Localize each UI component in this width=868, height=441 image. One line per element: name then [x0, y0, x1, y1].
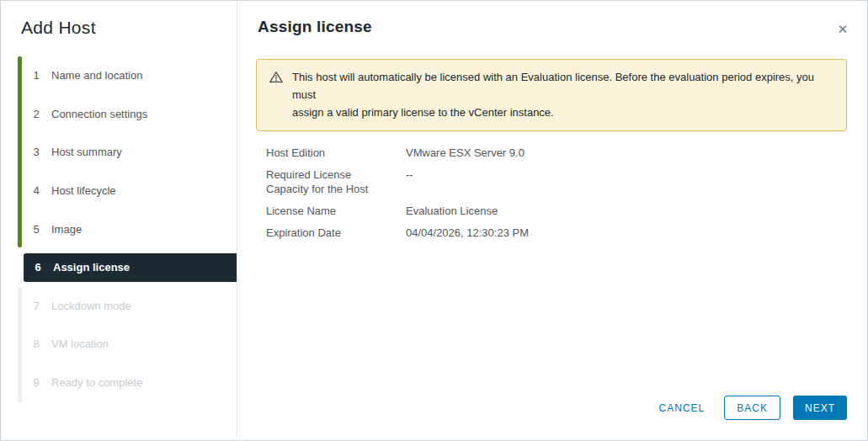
- step-number: 8: [31, 337, 41, 350]
- detail-label: Expiration Date: [266, 226, 392, 240]
- next-button[interactable]: NEXT: [793, 396, 847, 420]
- sidebar-item-name-and-location[interactable]: 1 Name and location: [1, 56, 237, 95]
- sidebar-item-vm-location: 8 VM location: [1, 325, 237, 364]
- step-label: Host lifecycle: [51, 184, 116, 197]
- warning-message: This host will automatically be licensed…: [292, 68, 833, 121]
- detail-value: 04/04/2026, 12:30:23 PM: [406, 226, 529, 240]
- step-number: 2: [31, 108, 41, 120]
- detail-value: Evaluation License: [406, 204, 498, 218]
- detail-label: License Name: [266, 204, 392, 218]
- wizard-footer: CANCEL BACK NEXT: [656, 396, 847, 420]
- sidebar-item-connection-settings[interactable]: 2 Connection settings: [1, 95, 237, 134]
- add-host-dialog: Add Host 1 Name and location 2 Connectio…: [0, 0, 868, 441]
- step-number: 1: [31, 69, 41, 82]
- step-number: 5: [31, 223, 41, 236]
- detail-row-license-name: License Name Evaluation License: [266, 204, 847, 218]
- evaluation-license-warning-banner: This host will automatically be licensed…: [256, 59, 847, 131]
- step-label: Assign license: [53, 261, 130, 274]
- wizard-title: Add Host: [21, 18, 96, 38]
- sidebar-item-lockdown-mode: 7 Lockdown mode: [1, 287, 237, 326]
- sidebar-item-image[interactable]: 5 Image: [1, 210, 237, 248]
- sidebar-item-ready-to-complete: 9 Ready to complete: [1, 364, 237, 402]
- step-label: Lockdown mode: [51, 300, 131, 312]
- step-label: Image: [51, 223, 82, 236]
- detail-value: VMware ESX Server 9.0: [406, 146, 525, 160]
- step-number: 4: [31, 184, 41, 197]
- back-button[interactable]: BACK: [724, 396, 780, 420]
- step-label: Connection settings: [51, 108, 147, 120]
- step-number: 7: [31, 300, 41, 312]
- sidebar-item-host-lifecycle[interactable]: 4 Host lifecycle: [1, 172, 237, 210]
- sidebar-item-assign-license[interactable]: 6 Assign license: [1, 248, 237, 287]
- wizard-sidebar: Add Host 1 Name and location 2 Connectio…: [1, 1, 237, 440]
- close-icon[interactable]: ✕: [836, 22, 849, 35]
- step-number: 3: [31, 146, 41, 158]
- assign-license-panel: Assign license ✕ This host will automati…: [237, 1, 867, 440]
- detail-label: Required License Capacity for the Host: [266, 167, 392, 196]
- cancel-button[interactable]: CANCEL: [656, 396, 709, 420]
- step-number: 6: [33, 261, 43, 274]
- step-label: Host summary: [51, 146, 122, 158]
- sidebar-item-host-summary[interactable]: 3 Host summary: [1, 133, 237, 172]
- page-title: Assign license: [258, 18, 847, 36]
- step-label: VM location: [51, 337, 109, 350]
- license-details: Host Edition VMware ESX Server 9.0 Requi…: [258, 146, 847, 240]
- detail-value: --: [406, 167, 413, 196]
- detail-row-host-edition: Host Edition VMware ESX Server 9.0: [266, 146, 847, 160]
- warning-icon: [269, 71, 283, 88]
- step-label: Ready to complete: [51, 376, 142, 389]
- detail-row-required-license-capacity: Required License Capacity for the Host -…: [266, 167, 847, 196]
- detail-label: Host Edition: [266, 146, 392, 160]
- step-label: Name and location: [51, 69, 142, 82]
- step-number: 9: [31, 376, 41, 389]
- detail-row-expiration-date: Expiration Date 04/04/2026, 12:30:23 PM: [266, 226, 847, 240]
- wizard-steps: 1 Name and location 2 Connection setting…: [1, 56, 237, 401]
